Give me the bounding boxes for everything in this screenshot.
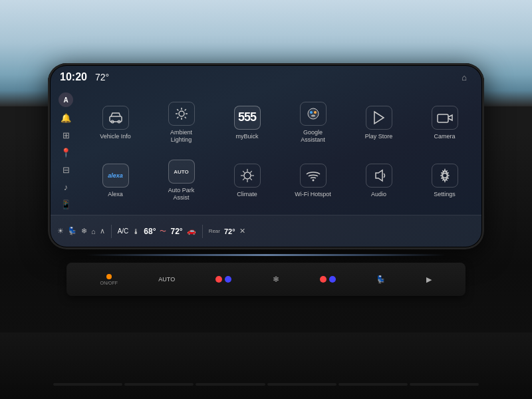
alexa-label: Alexa <box>108 191 123 198</box>
climate-temp-left[interactable]: 68° <box>144 227 156 236</box>
svg-point-12 <box>308 108 319 119</box>
grid-icon[interactable]: ⊟ <box>57 163 75 176</box>
climate-wave: 〜 <box>160 227 166 236</box>
climate-ac-label[interactable]: A/C <box>118 227 129 235</box>
audio-label: Audio <box>371 191 386 198</box>
app-google-assistant[interactable]: GoogleAssistant <box>281 95 344 150</box>
climate-divider-2 <box>202 225 203 238</box>
climate-sun: ☀ <box>57 227 64 235</box>
climate-fan-icon: 🌡 <box>132 227 140 235</box>
music-icon[interactable]: ♪ <box>57 180 75 194</box>
app-audio[interactable]: Audio <box>347 153 410 208</box>
seat-icon: 💺 <box>68 227 77 235</box>
svg-rect-17 <box>438 114 448 122</box>
rear-ctrl-icon: ❄ <box>273 275 279 284</box>
svg-point-3 <box>179 111 184 116</box>
menu-icon[interactable]: ⊞ <box>57 128 75 142</box>
media-ctrl-icon: ▶ <box>426 275 432 284</box>
svg-line-25 <box>250 171 252 173</box>
auto-label: AUTO <box>158 276 175 283</box>
app-mybuick[interactable]: 555 myBuick <box>215 95 279 150</box>
play-store-icon <box>366 106 392 130</box>
media-control[interactable]: ▶ <box>426 275 432 284</box>
vent-line <box>53 383 122 386</box>
wifi-hotspot-icon <box>300 164 327 188</box>
vent-line <box>410 383 479 386</box>
temp-down-right[interactable] <box>329 276 336 283</box>
rear-control[interactable]: ❄ <box>273 275 279 284</box>
svg-line-11 <box>177 117 178 118</box>
ac-text: A/C <box>118 227 129 235</box>
seat-ctrl-icon: 💺 <box>376 275 386 284</box>
app-ambient-lighting[interactable]: AmbientLighting <box>150 95 213 150</box>
auto-park-assist-icon: AUTO <box>168 160 195 184</box>
climate-home-icon: ⌂ <box>91 227 96 235</box>
physical-controls: ON/OFF AUTO ❄ 💺 ▶ <box>66 263 466 296</box>
app-alexa[interactable]: alexa Alexa <box>84 153 147 208</box>
svg-line-24 <box>250 178 252 180</box>
vent-area <box>0 332 532 399</box>
climate-bar: ☀ 💺 ❄ ⌂ ∧ A/C 🌡 68° <box>51 215 481 247</box>
auto-control[interactable]: AUTO <box>158 276 175 283</box>
app-play-store[interactable]: Play Store <box>347 95 410 150</box>
climate-home: ⌂ <box>91 227 96 235</box>
defrost-icon: ❄ <box>81 227 87 235</box>
app-climate[interactable]: Climate <box>215 153 279 208</box>
fan-up-icon: ∧ <box>100 227 105 235</box>
rear-temp-value: 72° <box>224 227 235 235</box>
auto-park-assist-label: Auto ParkAssist <box>168 187 195 201</box>
temp-left-value: 68° <box>144 227 156 236</box>
onoff-control[interactable]: ON/OFF <box>100 274 118 285</box>
climate-seat: 💺 <box>68 227 77 235</box>
status-bar: 10:20 72° ⌂ <box>51 66 481 86</box>
climate-label: Climate <box>237 191 257 198</box>
mybuick-icon: 555 <box>234 106 261 130</box>
vent-line <box>196 383 265 386</box>
settings-label: Settings <box>434 191 456 198</box>
svg-point-27 <box>312 179 314 181</box>
rear-label: Rear <box>209 228 220 234</box>
rear-fan-icon: ✕ <box>239 227 245 235</box>
temp-up-right[interactable] <box>320 276 327 283</box>
app-settings[interactable]: Settings <box>413 153 476 208</box>
climate-car-icon: 🚗 <box>187 227 196 235</box>
sun-icon: ☀ <box>57 227 64 235</box>
vent-line <box>267 383 336 386</box>
temp-down-left[interactable] <box>225 276 231 283</box>
climate-rear-fan: ✕ <box>239 227 245 235</box>
svg-point-28 <box>442 173 447 178</box>
profile-button[interactable]: A <box>59 92 73 107</box>
app-auto-park-assist[interactable]: AUTO Auto ParkAssist <box>150 153 213 208</box>
vent-line <box>338 383 408 386</box>
app-camera[interactable]: Camera <box>413 95 476 150</box>
temp-wave-icon: 〜 <box>160 227 166 236</box>
ambient-light-strip <box>86 254 446 256</box>
svg-line-10 <box>184 109 186 110</box>
svg-point-15 <box>311 115 315 117</box>
seat-control[interactable]: 💺 <box>376 275 386 284</box>
app-wifi-hotspot[interactable]: Wi-Fi Hotspot <box>281 153 344 208</box>
location-icon[interactable]: 📍 <box>57 146 75 159</box>
fan-icon: 🌡 <box>132 227 140 235</box>
camera-icon <box>432 106 458 130</box>
svg-line-23 <box>243 171 245 173</box>
home-icon[interactable]: ⌂ <box>462 72 467 82</box>
climate-temp-right[interactable]: 72° <box>170 227 182 236</box>
svg-point-13 <box>310 111 313 114</box>
temp-up-left[interactable] <box>215 276 222 283</box>
app-vehicle-info[interactable]: Vehicle Info <box>84 95 147 150</box>
audio-icon <box>366 164 392 188</box>
vehicle-info-label: Vehicle Info <box>100 133 131 140</box>
app-grid: Vehicle Info Ambient <box>81 90 481 213</box>
wifi-hotspot-label: Wi-Fi Hotspot <box>295 191 331 198</box>
svg-point-18 <box>244 172 251 179</box>
car-small-icon: 🚗 <box>187 227 196 235</box>
svg-line-8 <box>177 109 178 110</box>
clock: 10:20 <box>60 71 87 83</box>
vehicle-info-icon <box>102 106 129 130</box>
phone-icon[interactable]: 📱 <box>57 198 75 211</box>
climate-rear-temp[interactable]: 72° <box>224 227 235 235</box>
notification-icon[interactable]: 🔔 <box>57 111 75 124</box>
climate-rear: Rear <box>209 228 220 234</box>
svg-line-9 <box>184 117 186 118</box>
